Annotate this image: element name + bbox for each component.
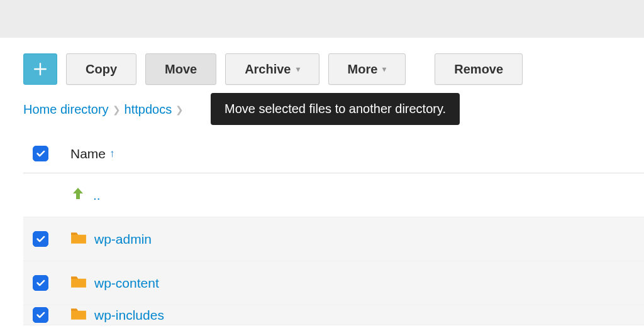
file-name: wp-includes: [94, 308, 164, 323]
table-row[interactable]: wp-admin: [23, 217, 644, 261]
sort-asc-icon: ↑: [109, 148, 115, 160]
folder-icon: [70, 274, 87, 291]
copy-button-label: Copy: [86, 62, 117, 77]
file-table: Name ↑ .. wp-admin: [23, 134, 644, 325]
breadcrumb-segment[interactable]: httpdocs: [125, 102, 172, 117]
remove-button[interactable]: Remove: [435, 53, 523, 85]
plus-icon: [32, 61, 48, 77]
chevron-down-icon: ▾: [296, 65, 300, 73]
chevron-down-icon: ▾: [382, 65, 386, 73]
column-name-label: Name: [70, 146, 106, 161]
breadcrumb-separator: ❯: [113, 104, 121, 116]
row-checkbox[interactable]: [33, 231, 48, 247]
row-checkbox[interactable]: [33, 307, 48, 323]
top-bar: [0, 0, 644, 38]
table-row[interactable]: wp-content: [23, 261, 644, 305]
parent-directory-row[interactable]: ..: [23, 173, 644, 217]
row-checkbox[interactable]: [33, 275, 48, 291]
file-manager-content: Copy Move Archive ▾ More ▾ Remove Home d…: [0, 38, 644, 325]
up-arrow-icon: [70, 186, 86, 204]
column-header-name[interactable]: Name ↑: [70, 146, 115, 161]
check-icon: [35, 234, 46, 244]
move-button-label: Move: [165, 62, 197, 77]
file-name: wp-admin: [94, 232, 152, 247]
move-button[interactable]: Move: [145, 53, 216, 85]
breadcrumb-separator: ❯: [175, 104, 184, 116]
check-icon: [35, 278, 46, 288]
add-button[interactable]: [23, 53, 57, 85]
toolbar: Copy Move Archive ▾ More ▾ Remove: [23, 53, 644, 85]
folder-icon: [70, 307, 87, 323]
check-icon: [35, 310, 46, 320]
more-button[interactable]: More ▾: [328, 53, 406, 85]
breadcrumb-home[interactable]: Home directory: [23, 102, 109, 117]
archive-button-label: Archive: [245, 62, 291, 77]
folder-icon: [70, 231, 87, 247]
archive-button[interactable]: Archive ▾: [225, 53, 319, 85]
copy-button[interactable]: Copy: [66, 53, 136, 85]
more-button-label: More: [348, 62, 378, 77]
table-row[interactable]: wp-includes: [23, 305, 644, 325]
check-icon: [35, 148, 46, 159]
file-name: wp-content: [94, 276, 159, 291]
select-all-checkbox[interactable]: [33, 146, 48, 161]
table-header: Name ↑: [23, 134, 644, 173]
parent-dir-label: ..: [93, 188, 101, 203]
move-tooltip: Move selected files to another directory…: [211, 93, 460, 125]
remove-button-label: Remove: [454, 62, 503, 77]
